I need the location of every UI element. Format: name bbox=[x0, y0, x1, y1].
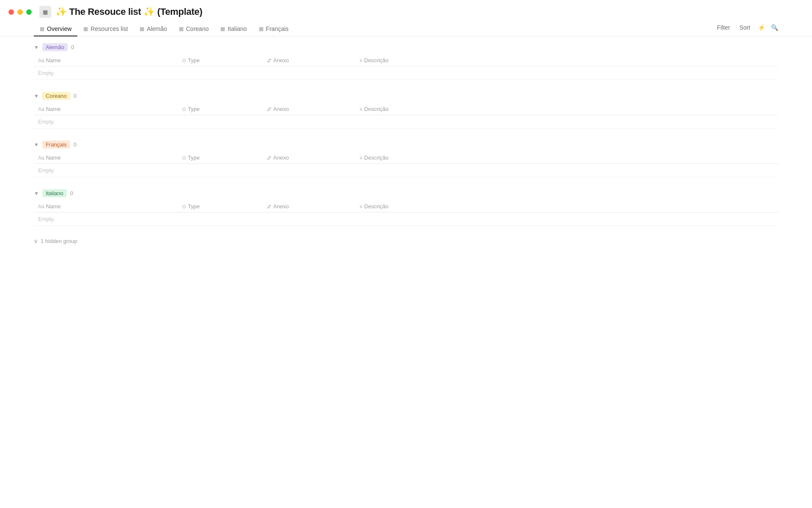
tab-alemao[interactable]: ▦ Alemão bbox=[134, 22, 173, 36]
col-header-descricao: ≡ Descrição bbox=[355, 103, 778, 115]
tab-overview-label: Overview bbox=[47, 25, 71, 32]
minimize-button[interactable] bbox=[17, 9, 23, 15]
name-col-icon: Aa bbox=[38, 58, 44, 64]
nav-tabs: ▦ Overview ▦ Resources list ▦ Alemão ▦ C… bbox=[0, 22, 812, 36]
table-header-row: Aa Name ⊙ Type 🖇 Anexo bbox=[34, 152, 778, 164]
name-col-icon: Aa bbox=[38, 106, 44, 112]
name-col-label: Name bbox=[46, 106, 61, 112]
desc-col-icon: ≡ bbox=[359, 106, 362, 112]
col-header-anexo: 🖇 Anexo bbox=[262, 55, 355, 66]
anexo-col-icon: 🖇 bbox=[266, 106, 272, 112]
type-col-icon: ⊙ bbox=[182, 58, 186, 64]
tab-alemao-label: Alemão bbox=[147, 25, 167, 32]
col-header-type: ⊙ Type bbox=[178, 103, 262, 115]
type-col-icon: ⊙ bbox=[182, 155, 186, 161]
name-col-label: Name bbox=[46, 57, 61, 64]
table-row: Empty. bbox=[34, 213, 778, 226]
lightning-icon[interactable]: ⚡ bbox=[758, 24, 765, 31]
group-frances-header: ▼ Français 0 bbox=[34, 141, 778, 149]
group-coreano-header: ▼ Coreano 0 bbox=[34, 92, 778, 100]
tab-frances-label: Français bbox=[266, 25, 289, 32]
group-frances-count: 0 bbox=[74, 141, 77, 148]
close-button[interactable] bbox=[8, 9, 14, 15]
empty-label: Empty. bbox=[34, 66, 778, 80]
desc-col-label: Descrição bbox=[364, 203, 389, 210]
tab-italiano[interactable]: ▦ Italiano bbox=[214, 22, 252, 36]
group-coreano-toggle[interactable]: ▼ bbox=[34, 93, 39, 99]
filter-button[interactable]: Filter bbox=[715, 22, 732, 33]
anexo-col-label: Anexo bbox=[273, 203, 289, 210]
tab-overview[interactable]: ▦ Overview bbox=[34, 22, 77, 36]
group-italiano: ▼ Italiano 0 Aa Name ⊙ Type bbox=[34, 189, 778, 226]
sort-button[interactable]: Sort bbox=[738, 22, 752, 33]
tab-coreano-icon: ▦ bbox=[179, 26, 184, 32]
group-alemao-header: ▼ Alemão 0 bbox=[34, 43, 778, 51]
empty-label: Empty. bbox=[34, 213, 778, 226]
col-header-type: ⊙ Type bbox=[178, 152, 262, 164]
table-row: Empty. bbox=[34, 115, 778, 129]
group-alemao-table: Aa Name ⊙ Type 🖇 Anexo bbox=[34, 55, 778, 80]
anexo-col-icon: 🖇 bbox=[266, 155, 272, 161]
titlebar: ▦ ✨ The Resouce list ✨ (Template) bbox=[0, 0, 812, 22]
group-coreano-badge: Coreano bbox=[42, 92, 70, 100]
col-header-type: ⊙ Type bbox=[178, 55, 262, 66]
desc-col-icon: ≡ bbox=[359, 155, 362, 161]
desc-col-label: Descrição bbox=[364, 155, 389, 161]
anexo-col-label: Anexo bbox=[273, 106, 289, 112]
tab-frances[interactable]: ▦ Français bbox=[253, 22, 295, 36]
name-col-icon: Aa bbox=[38, 155, 44, 161]
tab-frances-icon: ▦ bbox=[259, 26, 263, 32]
empty-label: Empty. bbox=[34, 164, 778, 177]
group-italiano-toggle[interactable]: ▼ bbox=[34, 190, 39, 196]
col-header-descricao: ≡ Descrição bbox=[355, 201, 778, 213]
group-frances-badge: Français bbox=[42, 141, 70, 149]
table-row: Empty. bbox=[34, 164, 778, 177]
group-alemao: ▼ Alemão 0 Aa Name ⊙ Type bbox=[34, 43, 778, 80]
tab-italiano-icon: ▦ bbox=[220, 26, 225, 32]
group-italiano-badge: Italiano bbox=[42, 189, 67, 197]
tab-coreano-label: Coreano bbox=[186, 25, 209, 32]
main-content: ▼ Alemão 0 Aa Name ⊙ Type bbox=[0, 36, 812, 251]
group-frances: ▼ Français 0 Aa Name ⊙ Type bbox=[34, 141, 778, 177]
group-frances-toggle[interactable]: ▼ bbox=[34, 142, 39, 148]
col-header-descricao: ≡ Descrição bbox=[355, 55, 778, 66]
tab-italiano-label: Italiano bbox=[228, 25, 247, 32]
group-italiano-count: 0 bbox=[70, 190, 73, 196]
type-col-icon: ⊙ bbox=[182, 204, 186, 210]
type-col-label: Type bbox=[188, 57, 200, 64]
name-col-label: Name bbox=[46, 155, 61, 161]
anexo-col-label: Anexo bbox=[273, 155, 289, 161]
anexo-col-icon: 🖇 bbox=[266, 204, 272, 210]
group-coreano: ▼ Coreano 0 Aa Name ⊙ Type bbox=[34, 92, 778, 129]
type-col-icon: ⊙ bbox=[182, 106, 186, 112]
desc-col-label: Descrição bbox=[364, 106, 389, 112]
tab-resources-label: Resources list bbox=[91, 25, 128, 32]
table-header-row: Aa Name ⊙ Type 🖇 Anexo bbox=[34, 201, 778, 213]
hidden-group[interactable]: ∨ 1 hidden group bbox=[34, 238, 778, 244]
nav-actions: Filter Sort ⚡ 🔍 bbox=[715, 22, 778, 36]
group-italiano-header: ▼ Italiano 0 bbox=[34, 189, 778, 197]
name-col-label: Name bbox=[46, 203, 61, 210]
page-icon: ▦ bbox=[39, 6, 51, 18]
col-header-name: Aa Name bbox=[34, 152, 178, 164]
tab-coreano[interactable]: ▦ Coreano bbox=[173, 22, 215, 36]
col-header-anexo: 🖇 Anexo bbox=[262, 152, 355, 164]
anexo-col-label: Anexo bbox=[273, 57, 289, 64]
col-header-type: ⊙ Type bbox=[178, 201, 262, 213]
type-col-label: Type bbox=[188, 155, 200, 161]
page-title: ✨ The Resouce list ✨ (Template) bbox=[55, 6, 202, 17]
table-row: Empty. bbox=[34, 66, 778, 80]
col-header-name: Aa Name bbox=[34, 201, 178, 213]
search-icon[interactable]: 🔍 bbox=[771, 24, 778, 31]
type-col-label: Type bbox=[188, 106, 200, 112]
tab-alemao-icon: ▦ bbox=[140, 26, 144, 32]
maximize-button[interactable] bbox=[26, 9, 32, 15]
tab-resources-list[interactable]: ▦ Resources list bbox=[77, 22, 134, 36]
group-frances-table: Aa Name ⊙ Type 🖇 Anexo bbox=[34, 152, 778, 177]
tab-overview-icon: ▦ bbox=[40, 26, 44, 32]
group-alemao-toggle[interactable]: ▼ bbox=[34, 44, 39, 50]
empty-label: Empty. bbox=[34, 115, 778, 129]
table-header-row: Aa Name ⊙ Type 🖇 Anexo bbox=[34, 55, 778, 66]
desc-col-icon: ≡ bbox=[359, 204, 362, 210]
group-coreano-count: 0 bbox=[74, 93, 77, 99]
